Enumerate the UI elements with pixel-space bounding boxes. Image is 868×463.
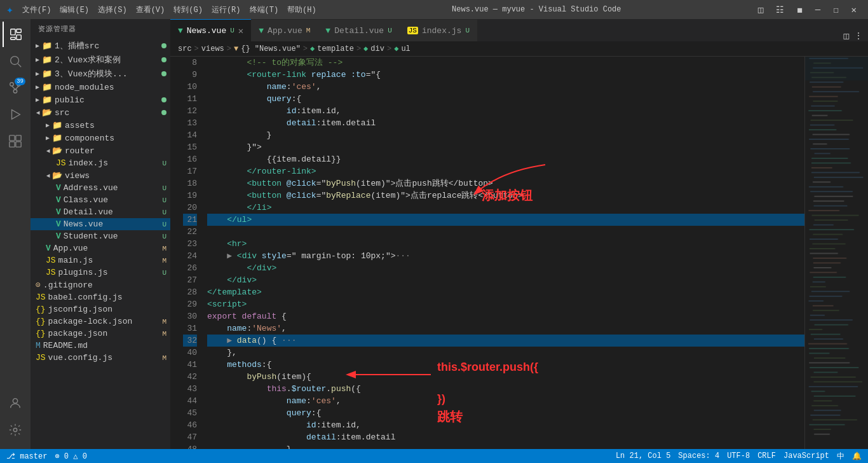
layout-icon[interactable]: ◫ bbox=[753, 4, 768, 15]
sidebar-item-router[interactable]: ▼ 📂 router bbox=[31, 144, 170, 157]
title-bar-left: ✦ 文件(F) 编辑(E) 选择(S) 查看(V) 转到(G) 运行(R) 终端… bbox=[6, 3, 320, 17]
menu-file[interactable]: 文件(F) bbox=[18, 4, 55, 15]
sidebar-item-router-index[interactable]: JS index.js U bbox=[31, 157, 170, 169]
sidebar-item-assets[interactable]: ▶ 📁 assets bbox=[31, 119, 170, 132]
code-content[interactable]: <!-- to的对象写法 --> <router-link replace :t… bbox=[202, 57, 804, 449]
settings-icon[interactable] bbox=[3, 417, 28, 443]
menu-run[interactable]: 运行(R) bbox=[208, 4, 245, 15]
explorer-icon[interactable] bbox=[3, 22, 28, 47]
prop: $router bbox=[292, 383, 327, 395]
tab-app-vue[interactable]: ▼ App.vue M bbox=[251, 19, 318, 41]
badge-m: M bbox=[162, 354, 166, 362]
close-button[interactable]: ✕ bbox=[846, 4, 862, 15]
errors-warnings[interactable]: ⊗ 0 △ 0 bbox=[55, 452, 86, 461]
menu-terminal[interactable]: 终端(T) bbox=[246, 4, 283, 15]
sidebar-item-student-vue[interactable]: V Student.vue U bbox=[31, 230, 170, 242]
language[interactable]: JavaScript bbox=[783, 452, 829, 460]
sidebar-item-main-js[interactable]: JS main.js M bbox=[31, 254, 170, 266]
source-control-icon[interactable]: 39 bbox=[3, 75, 28, 100]
tab-news-vue[interactable]: ▼ News.vue U ✕ bbox=[170, 19, 251, 41]
code-line-23: <hr> bbox=[207, 238, 804, 250]
sidebar-item-public[interactable]: ▶ 📁 public bbox=[31, 93, 170, 106]
run-icon[interactable] bbox=[3, 102, 28, 127]
expand-icon[interactable]: ▶ bbox=[227, 335, 232, 347]
menu-edit[interactable]: 编辑(E) bbox=[56, 4, 93, 15]
git-branch[interactable]: ⎇ master bbox=[6, 452, 47, 461]
text: , bbox=[316, 81, 322, 93]
tag: </li> bbox=[247, 202, 271, 214]
badge-u: U bbox=[162, 233, 166, 240]
sidebar-item-views[interactable]: ▼ 📂 views bbox=[31, 169, 170, 182]
breadcrumb-src[interactable]: src bbox=[178, 45, 192, 53]
breadcrumb: src > views > ▼ {} "News.vue" > ◆ templa… bbox=[170, 41, 868, 57]
accounts-icon[interactable] bbox=[3, 390, 28, 416]
sidebar-item-gitignore[interactable]: ⊙ .gitignore bbox=[31, 279, 170, 291]
tag: </div> bbox=[227, 274, 257, 286]
sidebar-item-package-json[interactable]: {} package.json M bbox=[31, 328, 170, 340]
sidebar-item-1[interactable]: ▶ 📁 1、插槽src bbox=[31, 39, 170, 53]
maximize-button[interactable]: ☐ bbox=[828, 4, 843, 15]
sidebar-item-jsconfig-json[interactable]: {} jsconfig.json bbox=[31, 303, 170, 315]
text: } bbox=[207, 129, 271, 141]
tab-close[interactable]: ✕ bbox=[238, 25, 243, 36]
sidebar-item-3[interactable]: ▶ 📁 3、Vuex的模块... bbox=[31, 67, 170, 81]
code-line-10: name:'ces', bbox=[207, 81, 804, 93]
vue-file-icon: V bbox=[56, 219, 61, 229]
notification-icon[interactable]: 🔔 bbox=[852, 452, 862, 461]
sidebar-item-news-vue[interactable]: V News.vue U bbox=[31, 218, 170, 230]
breadcrumb-ul[interactable]: ul bbox=[401, 45, 410, 53]
sidebar-item-app-vue[interactable]: V App.vue M bbox=[31, 242, 170, 254]
ln-24: 24 bbox=[183, 250, 197, 262]
tag: <div bbox=[232, 250, 257, 262]
sidebar-item-plugins-js[interactable]: JS plugins.js U bbox=[31, 266, 170, 279]
menu-select[interactable]: 选择(S) bbox=[94, 4, 131, 15]
breadcrumb-news[interactable]: {} "News.vue" bbox=[241, 45, 301, 53]
svg-point-8 bbox=[13, 90, 17, 93]
sidebar-item-detail-vue[interactable]: V Detail.vue U bbox=[31, 206, 170, 218]
sep: > bbox=[194, 45, 199, 53]
menu-bar[interactable]: 文件(F) 编辑(E) 选择(S) 查看(V) 转到(G) 运行(R) 终端(T… bbox=[18, 4, 320, 15]
encoding[interactable]: UTF-8 bbox=[727, 452, 750, 460]
sidebar-item-vue-config[interactable]: JS vue.config.js M bbox=[31, 352, 170, 364]
tab-detail-vue[interactable]: ▼ Detail.vue U bbox=[318, 19, 399, 41]
sidebar-item-package-lock[interactable]: {} package-lock.json M bbox=[31, 315, 170, 328]
menu-view[interactable]: 查看(V) bbox=[132, 4, 169, 15]
extensions-icon[interactable] bbox=[3, 128, 28, 154]
layout3-icon[interactable]: ◼ bbox=[792, 4, 807, 15]
folder-icon: 📂 bbox=[42, 107, 52, 118]
menu-help[interactable]: 帮助(H) bbox=[283, 4, 320, 15]
spaces[interactable]: Spaces: 4 bbox=[678, 452, 719, 460]
sidebar-item-class-vue[interactable]: V Class.vue U bbox=[31, 194, 170, 206]
sidebar-item-address-vue[interactable]: V Address.vue U bbox=[31, 182, 170, 194]
editor[interactable]: 8 9 10 11 12 13 14 15 16 17 18 19 20 21 … bbox=[170, 57, 868, 449]
code-line-40: }, bbox=[207, 347, 804, 359]
tab-index-js[interactable]: JS index.js U bbox=[400, 19, 477, 41]
line-ending[interactable]: CRLF bbox=[757, 452, 776, 460]
sidebar-item-src[interactable]: ▼ 📂 src bbox=[31, 106, 170, 119]
func: byReplace bbox=[326, 190, 370, 202]
expand-icon[interactable]: ▶ bbox=[227, 250, 232, 262]
search-icon[interactable] bbox=[3, 48, 28, 74]
sidebar-item-node-modules[interactable]: ▶ 📁 node_modules bbox=[31, 81, 170, 93]
sidebar-item-2[interactable]: ▶ 📁 2、Vuex求和案例 bbox=[31, 53, 170, 67]
ln-15: 15 bbox=[183, 141, 197, 153]
breadcrumb-views[interactable]: views bbox=[201, 45, 224, 53]
tab-bar: ▼ News.vue U ✕ ▼ App.vue M ▼ Detail.vue … bbox=[170, 19, 868, 41]
string: 'ces' bbox=[311, 395, 336, 407]
minimize-button[interactable]: — bbox=[810, 4, 825, 15]
sidebar-item-babel-config[interactable]: JS babel.config.js bbox=[31, 291, 170, 303]
breadcrumb-div[interactable]: div bbox=[370, 45, 384, 53]
layout2-icon[interactable]: ☷ bbox=[771, 4, 789, 15]
more-actions-icon[interactable]: ⋮ bbox=[854, 31, 863, 41]
activity-bar: 39 bbox=[0, 19, 31, 449]
split-editor-icon[interactable]: ◫ bbox=[844, 31, 849, 41]
breadcrumb-div-icon: ◆ bbox=[363, 44, 368, 53]
breadcrumb-template[interactable]: template bbox=[317, 45, 354, 53]
sidebar-item-readme[interactable]: M README.md bbox=[31, 340, 170, 352]
lang-status[interactable]: 中 bbox=[837, 451, 844, 462]
ln-col[interactable]: Ln 21, Col 5 bbox=[616, 452, 670, 460]
window-controls[interactable]: ◫ ☷ ◼ — ☐ ✕ bbox=[753, 4, 862, 15]
menu-goto[interactable]: 转到(G) bbox=[170, 4, 207, 15]
sidebar-item-components[interactable]: ▶ 📁 components bbox=[31, 132, 170, 144]
js-file-icon: JS bbox=[46, 268, 56, 277]
